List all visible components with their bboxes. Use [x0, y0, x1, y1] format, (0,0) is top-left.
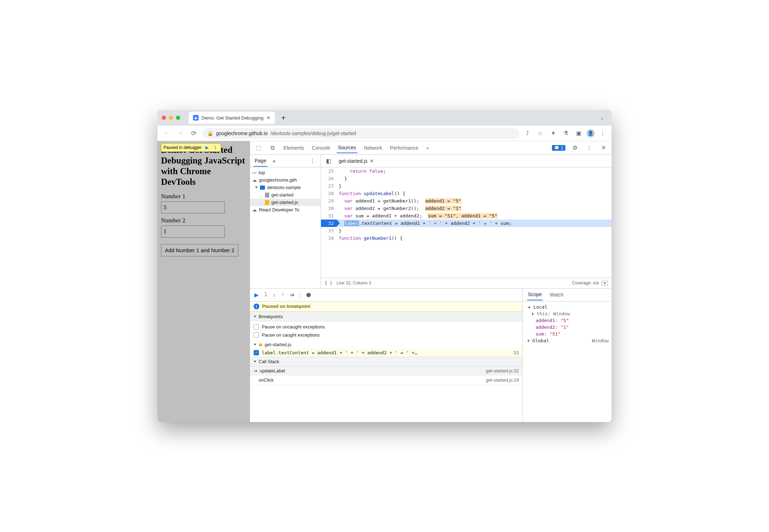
paused-overlay: Paused in debugger ▶ ⤵: [161, 143, 221, 152]
editor-statusbar: { } Line 32, Column 3 Coverage: n/a ▼: [321, 278, 612, 288]
deactivate-bp-icon[interactable]: ⬣: [306, 292, 311, 298]
scope-var[interactable]: addend2: "1": [526, 324, 609, 331]
step-over-icon[interactable]: ⤵: [264, 292, 267, 298]
navigator-kebab-icon[interactable]: ⋮: [308, 157, 317, 164]
scope-global[interactable]: GlobalWindow: [526, 337, 609, 344]
tree-cloud[interactable]: ☁googlechrome.gith: [250, 176, 321, 184]
cloud-icon: ☁: [252, 177, 257, 183]
settings-gear-icon[interactable]: ⚙: [570, 144, 580, 151]
bookmark-icon[interactable]: ☆: [536, 130, 545, 137]
tree-file-html[interactable]: get-started: [250, 191, 321, 199]
window-icon: ▭: [252, 170, 256, 175]
chevron-down-icon: [254, 344, 256, 345]
navigator-tabs: Page » ⋮: [250, 155, 321, 167]
labs-icon[interactable]: ⚗: [561, 130, 570, 137]
num1-label: Number 1: [161, 193, 246, 200]
debugger-left: ▶ ⤵ ↓ ↑ ➔ ⬣ i Paused on breakpoint: [250, 289, 523, 422]
num2-input[interactable]: [161, 226, 225, 238]
scope-var[interactable]: sum: "51": [526, 331, 609, 337]
js-file-icon: [265, 200, 269, 205]
minimize-window[interactable]: [169, 116, 173, 120]
overlay-step-icon[interactable]: ⤵: [212, 144, 218, 151]
tree-top[interactable]: ▭top: [250, 169, 321, 176]
chevron-down-icon: [254, 361, 256, 362]
editor-tab-close-icon[interactable]: ✕: [370, 158, 374, 164]
checkbox-unchecked[interactable]: [254, 324, 259, 329]
tree-file-js[interactable]: get-started.js: [250, 199, 321, 206]
panel-more-icon[interactable]: »: [425, 143, 431, 153]
url-path: /devtools-samples/debug-js/get-started: [271, 131, 356, 136]
num1-input[interactable]: [161, 201, 225, 214]
share-icon[interactable]: ⤴: [523, 130, 532, 137]
scope-body: Local this: Window addend1: "5" addend2:…: [523, 301, 612, 346]
add-button[interactable]: Add Number 1 and Number 2: [161, 244, 238, 256]
scope-tab[interactable]: Scope: [527, 289, 543, 300]
devtools-close-icon[interactable]: ✕: [599, 144, 608, 151]
pretty-print-icon[interactable]: { }: [325, 281, 332, 286]
devtools-kebab-icon[interactable]: ⋮: [585, 144, 594, 151]
navigator-page-tab[interactable]: Page: [254, 155, 267, 167]
maximize-window[interactable]: [176, 116, 180, 120]
panel-performance[interactable]: Performance: [388, 143, 420, 153]
num2-label: Number 2: [161, 217, 246, 224]
callstack-header[interactable]: Call Stack: [250, 357, 522, 366]
close-tab-icon[interactable]: ✕: [266, 115, 271, 121]
navigator-more-icon[interactable]: »: [272, 156, 277, 166]
breakpoint-marker[interactable]: 32: [321, 220, 337, 227]
pause-caught-row[interactable]: Pause on caught exceptions: [254, 331, 519, 339]
device-icon[interactable]: ⧉: [268, 145, 277, 151]
extensions-icon[interactable]: ✦: [548, 130, 558, 137]
panel-sources[interactable]: Sources: [337, 143, 358, 153]
step-icon[interactable]: ➔: [290, 292, 294, 298]
current-frame-icon: ➔: [254, 368, 258, 373]
sidepanel-icon[interactable]: ▣: [574, 130, 583, 137]
forward-button[interactable]: →: [175, 129, 185, 137]
step-into-icon[interactable]: ↓: [273, 292, 276, 298]
panel-elements[interactable]: Elements: [282, 143, 305, 153]
browser-tab[interactable]: ◆ Demo: Get Started Debugging ✕: [189, 112, 275, 124]
overlay-resume-icon[interactable]: ▶: [204, 144, 210, 151]
content-area: Paused in debugger ▶ ⤵ Demo: Get Started…: [157, 141, 612, 422]
watch-tab[interactable]: Watch: [549, 289, 564, 300]
editor-nav-icon[interactable]: ◧: [324, 157, 333, 164]
address-bar[interactable]: 🔒 googlechrome.github.io/devtools-sample…: [202, 128, 519, 139]
checkbox-unchecked[interactable]: [254, 332, 259, 338]
scope-this[interactable]: this: Window: [526, 310, 609, 317]
scope-tabs: Scope Watch: [523, 289, 612, 301]
code-area[interactable]: 25 return false; 26 } 27} 28function upd…: [321, 167, 612, 278]
step-out-icon[interactable]: ↑: [281, 292, 284, 298]
reload-button[interactable]: ⟳: [189, 129, 199, 137]
back-button[interactable]: ←: [162, 129, 172, 137]
tabs-menu-chevron-icon[interactable]: ⌄: [597, 113, 607, 122]
editor-tab-current[interactable]: get-started.js ✕: [337, 156, 376, 166]
tree-folder[interactable]: devtools-sample: [250, 184, 321, 191]
favicon-icon: ◆: [193, 115, 199, 121]
coverage-dropdown-icon[interactable]: ▼: [602, 281, 608, 286]
resume-icon[interactable]: ▶: [254, 292, 259, 298]
bp-code-row[interactable]: ✓ label.textContent = addend1 + ' + ' + …: [250, 349, 522, 357]
panel-network[interactable]: Network: [363, 143, 383, 153]
paused-message: i Paused on breakpoint: [250, 301, 522, 312]
profile-avatar[interactable]: 👤: [587, 129, 594, 137]
checkbox-checked[interactable]: ✓: [254, 350, 259, 355]
breakpoints-body: Pause on uncaught exceptions Pause on ca…: [250, 321, 522, 340]
callstack-frame-1[interactable]: onClick get-started.js:19: [250, 376, 522, 385]
cloud-icon: ☁: [252, 207, 257, 212]
tree-extension[interactable]: ☁React Developer To: [250, 206, 321, 214]
pause-uncaught-row[interactable]: Pause on uncaught exceptions: [254, 323, 519, 331]
chevron-right-icon: [528, 339, 530, 342]
close-window[interactable]: [162, 116, 166, 120]
devtools-panel-tabs: ⬚ ⧉ Elements Console Sources Network Per…: [250, 141, 612, 155]
inspect-icon[interactable]: ⬚: [254, 144, 263, 151]
bp-file-row[interactable]: ◉ get-started.js: [250, 340, 522, 349]
scope-local[interactable]: Local: [526, 304, 609, 310]
editor-tabs: ◧ get-started.js ✕: [321, 155, 612, 167]
new-tab-button[interactable]: +: [278, 113, 288, 123]
breakpoints-header[interactable]: Breakpoints: [250, 312, 522, 321]
kebab-menu-icon[interactable]: ⋮: [598, 130, 607, 137]
issues-badge[interactable]: 💬 1: [552, 145, 565, 151]
info-icon: i: [254, 304, 259, 309]
panel-console[interactable]: Console: [310, 143, 331, 153]
callstack-frame-0[interactable]: ➔ updateLabel get-started.js:32: [250, 366, 522, 376]
scope-var[interactable]: addend1: "5": [526, 317, 609, 324]
